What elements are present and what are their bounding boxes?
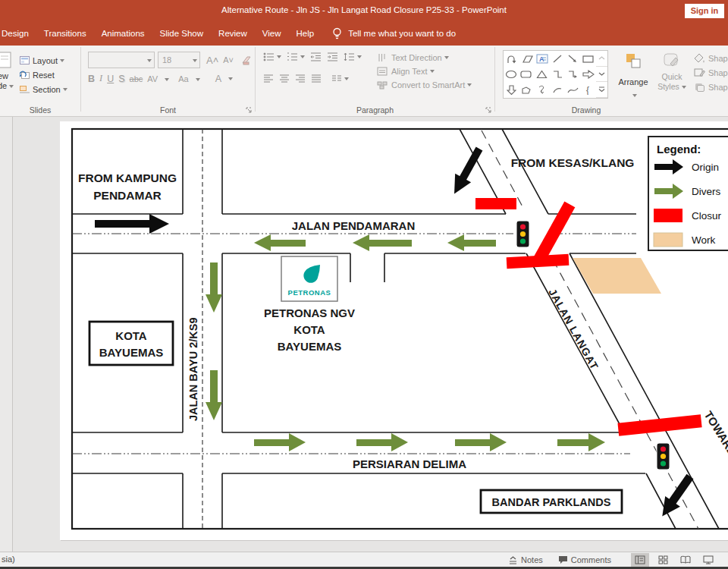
shape-block-arrow-right-icon[interactable] <box>581 68 596 83</box>
kota-bayuemas-box[interactable]: KOTA BAYUEMAS <box>89 322 173 365</box>
from-kesas-label[interactable]: FROM KESAS/KLANG <box>511 156 635 169</box>
shape-elbow-icon[interactable] <box>550 68 565 83</box>
jalan-pendamaran-label[interactable]: JALAN PENDAMARAN <box>292 219 416 232</box>
shape-uturn-arrow-icon[interactable] <box>504 51 519 68</box>
increase-indent-button[interactable] <box>327 52 338 61</box>
language-status[interactable]: sia) <box>2 555 15 564</box>
layout-button[interactable]: Layout <box>20 53 67 68</box>
character-spacing-button[interactable]: AV <box>147 74 174 83</box>
tab-slide-show[interactable]: Slide Show <box>152 21 212 46</box>
shape-elbow-arrow-icon[interactable] <box>565 68 580 83</box>
jalan-langat-label[interactable]: JALAN LANGAT <box>546 287 601 373</box>
shape-triangle-icon[interactable] <box>535 68 550 83</box>
shape-gallery[interactable]: A { <box>503 50 597 99</box>
convert-smartart-button[interactable]: Convert to SmartArt <box>377 78 472 92</box>
font-dialog-launcher-icon[interactable] <box>245 106 253 114</box>
bandar-parklands-box[interactable]: BANDAR PARKLANDS <box>481 490 622 513</box>
traffic-light-icon[interactable] <box>657 443 670 470</box>
tab-review[interactable]: Review <box>211 21 255 46</box>
comments-button[interactable]: Comments <box>558 555 611 564</box>
tab-animations[interactable]: Animations <box>94 21 152 46</box>
map-legend[interactable]: Legend: Origin Divers Closur Work <box>648 137 728 250</box>
diversion-arrow[interactable] <box>356 433 408 451</box>
strikethrough-button[interactable]: abc <box>130 74 143 83</box>
petronas-ngv-label[interactable]: PETRONAS NGV <box>264 307 355 319</box>
diversion-arrow[interactable] <box>254 433 306 451</box>
diversion-arrow[interactable] <box>557 433 605 451</box>
sign-in-button[interactable]: Sign in <box>685 4 724 18</box>
section-button[interactable]: Section <box>20 82 67 96</box>
toward-label[interactable]: TOWARD <box>701 409 728 458</box>
columns-button[interactable] <box>331 74 349 83</box>
work-area-shape[interactable] <box>573 258 661 294</box>
persiaran-delima-label[interactable]: PERSIARAN DELIMA <box>353 457 466 470</box>
origin-arrow[interactable] <box>654 471 697 521</box>
shape-scribble-icon[interactable] <box>535 82 550 98</box>
align-center-button[interactable] <box>279 74 290 83</box>
arrange-button[interactable]: Arrange <box>615 52 651 102</box>
shape-gallery-scroll[interactable] <box>596 50 608 99</box>
shape-arrow-icon[interactable] <box>565 51 580 68</box>
decrease-font-button[interactable]: A˅ <box>223 55 234 64</box>
font-name-combo[interactable] <box>88 52 155 68</box>
font-color-button[interactable]: A <box>215 74 237 84</box>
slide-show-button[interactable] <box>699 553 717 567</box>
diversion-arrow[interactable] <box>254 234 306 251</box>
shape-rounded-rectangle-icon[interactable] <box>519 68 534 83</box>
new-slide-button[interactable]: ew de <box>0 52 16 91</box>
slide-thumbnails-panel[interactable] <box>0 117 13 552</box>
closure-bar[interactable] <box>617 414 701 435</box>
align-left-button[interactable] <box>263 74 274 83</box>
text-direction-button[interactable]: Text Direction <box>377 51 472 64</box>
align-right-button[interactable] <box>295 74 306 83</box>
numbering-button[interactable] <box>287 52 305 61</box>
text-shadow-button[interactable]: S <box>118 74 124 84</box>
petronas-logo-box[interactable]: PETRONAS <box>281 256 337 301</box>
italic-button[interactable]: I <box>99 73 102 84</box>
origin-arrow[interactable] <box>447 144 488 198</box>
diversion-arrow[interactable] <box>447 234 496 251</box>
gallery-scroll-up-icon[interactable] <box>596 51 607 67</box>
shape-curve-icon[interactable] <box>565 82 580 98</box>
align-text-button[interactable]: Align Text <box>377 64 472 78</box>
tell-me-box[interactable]: Tell me what you want to do <box>332 27 456 40</box>
origin-arrow[interactable] <box>95 214 169 234</box>
diversion-arrow[interactable] <box>206 370 222 420</box>
shape-outline-button[interactable]: Shape Ou <box>694 65 728 80</box>
notes-button[interactable]: Notes <box>508 555 543 564</box>
change-case-button[interactable]: Aa <box>178 74 204 83</box>
closure-bar[interactable] <box>534 201 576 262</box>
gallery-more-icon[interactable] <box>596 82 607 98</box>
diversion-arrow[interactable] <box>206 262 222 313</box>
tab-design[interactable]: Design <box>0 21 36 46</box>
bold-button[interactable]: B <box>88 74 95 84</box>
diversion-arrow[interactable] <box>455 433 507 451</box>
underline-button[interactable]: U <box>107 74 114 84</box>
tab-view[interactable]: View <box>255 21 289 46</box>
shape-parallelogram-icon[interactable] <box>519 51 534 68</box>
jalan-bayu-label[interactable]: JALAN BAYU 2/KS9 <box>187 318 199 421</box>
closure-bar[interactable] <box>507 254 570 269</box>
slide-sorter-view-button[interactable] <box>654 553 672 567</box>
road-closure-map[interactable]: FROM KAMPUNG PENDAMAR JALAN PENDAMARAN F… <box>60 121 728 540</box>
line-spacing-button[interactable] <box>344 52 362 61</box>
slide[interactable]: FROM KAMPUNG PENDAMAR JALAN PENDAMARAN F… <box>60 121 728 540</box>
traffic-light-icon[interactable] <box>516 221 529 247</box>
reset-button[interactable]: Reset <box>20 68 67 82</box>
petronas-ngv-label-2[interactable]: KOTA <box>293 323 325 336</box>
gallery-scroll-down-icon[interactable] <box>596 67 607 83</box>
petronas-ngv-label-3[interactable]: BAYUEMAS <box>278 340 341 353</box>
bullets-button[interactable] <box>263 52 281 61</box>
font-size-combo[interactable]: 18 <box>158 52 200 68</box>
shape-arc-icon[interactable] <box>550 82 565 98</box>
tab-help[interactable]: Help <box>289 21 322 46</box>
justify-button[interactable] <box>311 74 322 83</box>
from-kampung-label[interactable]: FROM KAMPUNG <box>78 171 177 184</box>
shape-fill-button[interactable]: Shape Fill <box>694 51 728 65</box>
shape-effects-button[interactable]: Shape Effe <box>694 80 728 94</box>
reading-view-button[interactable] <box>676 553 695 567</box>
diversion-arrow[interactable] <box>353 234 412 251</box>
decrease-indent-button[interactable] <box>310 52 322 61</box>
quick-styles-button[interactable]: Quick Styles <box>654 52 689 92</box>
normal-view-button[interactable] <box>631 553 649 567</box>
